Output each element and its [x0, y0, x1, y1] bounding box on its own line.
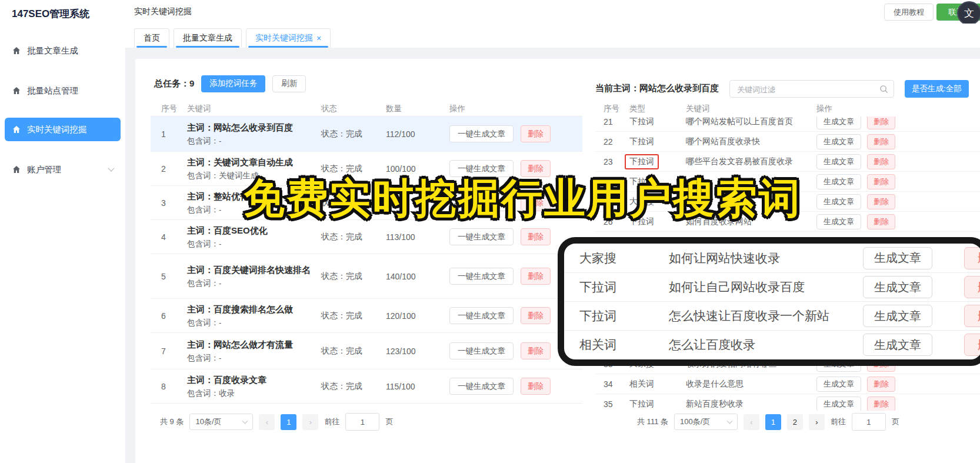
keyword-type: 下拉词 — [579, 279, 669, 295]
generate-article-button[interactable]: 生成文章 — [863, 334, 932, 356]
delete-button[interactable]: 删除 — [521, 268, 551, 285]
keyword-filter-input[interactable] — [736, 82, 874, 96]
delete-button[interactable]: 删除 — [964, 305, 980, 327]
generate-all-button[interactable]: 是否生成:全部 — [905, 80, 969, 98]
tasks-pagination: 共 9 条 10条/页 ‹ 1 › 前往 页 — [160, 413, 393, 431]
translate-badge-icon[interactable]: 文 — [957, 1, 980, 25]
task-count: 112/100 — [386, 129, 449, 139]
delete-button[interactable]: 删除 — [867, 214, 895, 229]
table-row[interactable]: 1 主词：网站怎么收录到百度 包含词：- 状态：完成 112/100 一键生成文… — [151, 116, 582, 152]
keyword-filter-box — [729, 80, 894, 98]
delete-button[interactable]: 删除 — [867, 116, 895, 129]
total-count-label: 共 9 条 — [160, 417, 184, 427]
generate-article-button[interactable]: 生成文章 — [863, 305, 932, 327]
generate-article-button[interactable]: 生成文章 — [816, 134, 861, 149]
sidebar-item-account[interactable]: 账户管理 — [5, 158, 121, 181]
keyword-type: 下拉词 — [579, 308, 669, 324]
task-count: 140/100 — [386, 272, 449, 281]
delete-button[interactable]: 删除 — [867, 397, 895, 411]
generate-article-button[interactable]: 一键生成文章 — [449, 307, 514, 324]
delete-button[interactable]: 删除 — [964, 276, 980, 298]
generate-article-button[interactable]: 生成文章 — [863, 276, 932, 298]
delete-button[interactable]: 删除 — [521, 125, 551, 142]
generate-article-button[interactable]: 一键生成文章 — [449, 268, 514, 285]
goto-page-input[interactable] — [345, 413, 379, 431]
delete-button[interactable]: 删除 — [867, 134, 895, 149]
prev-page-button[interactable]: ‹ — [259, 414, 275, 430]
help-button[interactable]: 使用教程 — [884, 4, 934, 21]
delete-button[interactable]: 删除 — [521, 307, 551, 324]
tab-batch-articles[interactable]: 批量文章生成 — [174, 28, 242, 48]
delete-button[interactable]: 删除 — [867, 154, 895, 169]
tab-bar: 首页 批量文章生成 实时关键词挖掘 × — [125, 24, 980, 48]
keyword-text: 哪个网站百度收录快 — [686, 136, 816, 147]
generate-article-button[interactable]: 生成文章 — [816, 116, 861, 129]
keywords-toolbar: 当前主词：网站怎么收录到百度 是否生成:全部 — [595, 80, 980, 99]
generate-article-button[interactable]: 生成文章 — [816, 174, 861, 189]
generate-article-button[interactable]: 一键生成文章 — [449, 125, 514, 142]
page-size-select[interactable]: 10条/页 — [189, 414, 253, 430]
table-row: 35 下拉词 新站百度秒收录 生成文章 删除 — [595, 394, 980, 411]
sidebar-item-batch-articles[interactable]: 批量文章生成 — [5, 39, 121, 62]
delete-button[interactable]: 删除 — [867, 174, 895, 189]
delete-button[interactable]: 删除 — [964, 247, 980, 269]
delete-button[interactable]: 删除 — [521, 378, 551, 395]
delete-button[interactable]: 删除 — [521, 342, 551, 359]
add-task-button[interactable]: 添加挖词任务 — [201, 75, 265, 92]
row-index: 6 — [161, 311, 187, 321]
keyword-type: 下拉词 — [629, 399, 686, 409]
generate-article-button[interactable]: 生成文章 — [816, 397, 861, 411]
task-main-word: 主词：百度关键词排名快速排名 — [187, 264, 321, 277]
keyword-text: 怎么快速让百度收录一个新站 — [669, 308, 863, 324]
delete-button[interactable]: 删除 — [867, 194, 895, 209]
promo-banner-text: 免费实时挖掘行业用户搜索词 — [244, 171, 802, 226]
task-include-word: 包含词：- — [187, 353, 321, 364]
task-status: 状态：完成 — [321, 311, 386, 321]
page-2-button[interactable]: 2 — [787, 414, 803, 430]
table-row: 下拉词 怎么快速让百度收录一个新站 生成文章 删除 — [564, 301, 980, 330]
close-icon[interactable]: × — [316, 34, 321, 43]
task-count: 120/100 — [386, 311, 449, 321]
chevron-down-icon — [727, 418, 733, 424]
table-row[interactable]: 6 主词：百度搜索排名怎么做 包含词：- 状态：完成 120/100 一键生成文… — [151, 299, 582, 333]
generate-article-button[interactable]: 生成文章 — [816, 377, 861, 392]
col-count: 数量 — [386, 104, 449, 114]
sidebar-item-label: 批量文章生成 — [27, 45, 78, 56]
generate-article-button[interactable]: 生成文章 — [816, 214, 861, 229]
delete-button[interactable]: 删除 — [867, 377, 895, 392]
tasks-toolbar: 总任务：9 添加挖词任务 刷新 — [154, 75, 306, 92]
delete-button[interactable]: 删除 — [964, 334, 980, 356]
task-main-word: 主词：网站怎么做才有流量 — [187, 338, 321, 351]
tab-realtime-keywords[interactable]: 实时关键词挖掘 × — [246, 28, 331, 48]
sidebar: 147SEO管理系统 批量文章生成 批量站点管理 实时关键词挖掘 账户管理 — [0, 0, 126, 463]
task-include-word: 包含词：- — [187, 318, 321, 328]
page-size-select[interactable]: 100条/页 — [674, 414, 738, 430]
generate-article-button[interactable]: 一键生成文章 — [449, 378, 514, 395]
table-row: 相关词 怎么让百度收录 生成文章 删除 — [564, 330, 980, 359]
tab-label: 首页 — [144, 33, 160, 44]
page-1-button[interactable]: 1 — [765, 414, 781, 430]
table-row[interactable]: 5 主词：百度关键词排名快速排名 包含词：- 状态：完成 140/100 一键生… — [151, 254, 582, 299]
sidebar-item-realtime-keywords[interactable]: 实时关键词挖掘 — [5, 118, 121, 141]
generate-article-button[interactable]: 一键生成文章 — [449, 228, 514, 245]
page-1-button[interactable]: 1 — [281, 414, 296, 430]
refresh-button[interactable]: 刷新 — [272, 75, 306, 92]
next-page-button[interactable]: › — [809, 414, 825, 430]
table-row[interactable]: 7 主词：网站怎么做才有流量 包含词：- 状态：完成 123/100 一键生成文… — [151, 333, 582, 369]
generate-article-button[interactable]: 生成文章 — [863, 247, 932, 269]
table-row[interactable]: 8 主词：百度收录文章 包含词：收录 状态：完成 115/100 一键生成文章 … — [151, 369, 582, 404]
generate-article-button[interactable]: 生成文章 — [816, 154, 861, 169]
page-size-value: 100条/页 — [680, 417, 710, 427]
delete-button[interactable]: 删除 — [521, 228, 551, 245]
col-action: 操作 — [449, 104, 582, 114]
table-row: 23 下拉词 哪些平台发文容易被百度收录 生成文章 删除 — [595, 152, 980, 172]
tab-home[interactable]: 首页 — [134, 28, 169, 48]
next-page-button[interactable]: › — [302, 414, 318, 430]
prev-page-button[interactable]: ‹ — [744, 414, 759, 430]
table-row: 34 相关词 收录是什么意思 生成文章 删除 — [595, 374, 980, 394]
sidebar-item-batch-sites[interactable]: 批量站点管理 — [5, 79, 121, 102]
generate-article-button[interactable]: 一键生成文章 — [449, 342, 514, 359]
generate-article-button[interactable]: 生成文章 — [816, 194, 861, 209]
goto-page-input[interactable] — [852, 413, 886, 431]
chevron-down-icon — [242, 418, 248, 424]
